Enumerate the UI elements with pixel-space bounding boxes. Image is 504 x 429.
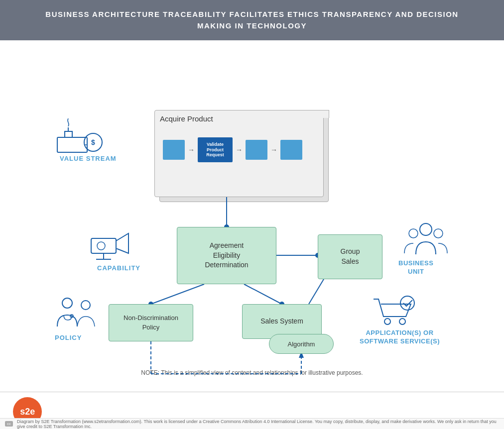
svg-point-27 (62, 298, 72, 308)
flow-box-2 (246, 140, 267, 160)
algorithm-box: Algorithm (269, 334, 334, 354)
flow-box-1 (163, 140, 185, 160)
svg-rect-19 (91, 238, 116, 253)
app-software-label: APPLICATION(S) OR SOFTWARE SERVICE(S) (359, 329, 441, 346)
header: BUSINESS ARCHITECTURE TRACEABILITY FACIL… (0, 0, 504, 40)
svg-point-24 (420, 223, 432, 235)
flow-box-3 (280, 140, 302, 160)
logo-text: s2e (20, 407, 35, 416)
flow-arrow-3: → (270, 146, 277, 154)
diagram: $ VALUE STREAM Acquire Product → Validat… (0, 40, 504, 419)
svg-point-30 (384, 319, 390, 324)
flow-arrow-2: → (236, 146, 243, 154)
business-unit-label: BUSINESS UNIT (398, 259, 433, 276)
group-sales-box: Group Sales (318, 234, 382, 279)
header-title: BUSINESS ARCHITECTURE TRACEABILITY FACIL… (30, 9, 474, 31)
svg-line-4 (151, 284, 204, 304)
svg-line-8 (309, 279, 324, 304)
sales-system-text: Sales System (260, 317, 303, 326)
acquire-title: Acquire Product (160, 114, 213, 123)
capability-icon (89, 223, 143, 263)
svg-point-28 (81, 301, 90, 310)
copyright-bar: cc Diagram by S2E Transformation (www.s2… (0, 418, 504, 429)
policy-label: POLICY (55, 334, 82, 341)
svg-point-32 (400, 296, 414, 310)
svg-point-21 (97, 242, 105, 250)
algorithm-text: Algorithm (288, 340, 315, 348)
svg-point-26 (434, 229, 443, 238)
flow-arrow-1: → (188, 146, 195, 154)
business-unit-icon (398, 219, 453, 259)
svg-marker-20 (116, 233, 128, 253)
agreement-box: Agreement Eligibility Determination (177, 227, 276, 284)
svg-rect-13 (57, 137, 87, 152)
app-software-icon (369, 294, 418, 329)
flow-container: → ValidateProductRequest → → (160, 137, 330, 162)
group-sales-text: Group Sales (341, 247, 360, 266)
svg-line-6 (244, 284, 282, 304)
nd-policy-text: Non-Discrimination Policy (124, 314, 178, 331)
capability-label: CAPABILITY (97, 264, 140, 272)
copyright-text: Diagram by S2E Transformation (www.s2etr… (17, 419, 499, 429)
nd-policy-box: Non-Discrimination Policy (109, 304, 193, 341)
flow-box-highlight: ValidateProductRequest (198, 137, 233, 162)
svg-point-25 (409, 229, 418, 238)
value-stream-label: VALUE STREAM (60, 155, 117, 162)
agreement-text: Agreement Eligibility Determination (205, 241, 248, 270)
svg-rect-14 (65, 131, 72, 137)
svg-text:$: $ (91, 138, 95, 146)
note-text: NOTE: This is a simplified view of conte… (0, 369, 504, 376)
svg-point-31 (399, 319, 405, 324)
policy-icon (50, 294, 105, 334)
cc-badge: cc (5, 421, 13, 427)
value-stream-icon: $ (52, 117, 107, 157)
